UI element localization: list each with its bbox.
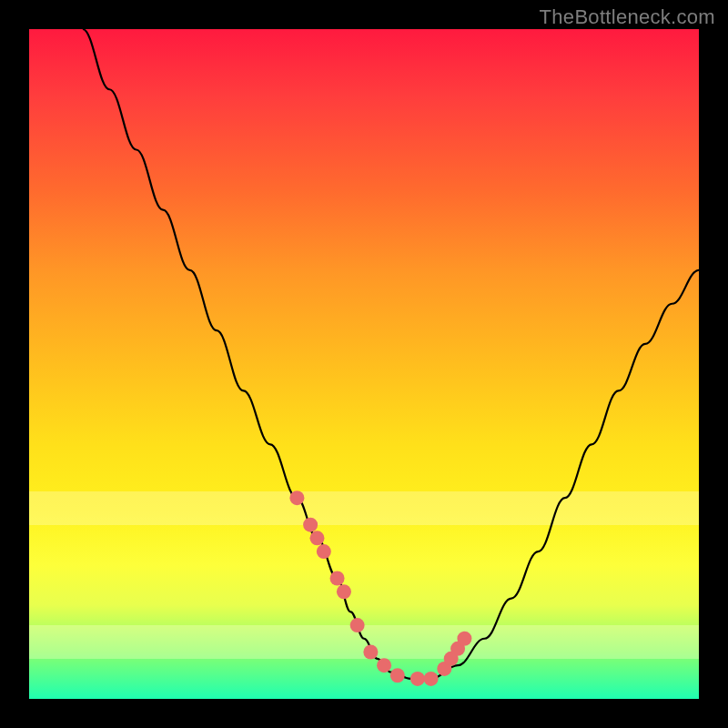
chart-svg [29,29,699,699]
marker-dot [457,632,471,646]
chart-frame: TheBottleneck.com [0,0,728,728]
marker-dot [377,658,391,672]
marker-dot [363,644,378,659]
curve-line [83,29,699,679]
marker-dot [424,672,439,686]
marker-dot [289,490,304,505]
plot-area [29,29,699,699]
marker-dot [317,544,331,559]
marker-dot [337,584,351,599]
marker-dot [390,668,405,682]
marker-group [289,490,471,686]
marker-dot [350,618,365,632]
marker-dot [309,531,324,545]
watermark-text: TheBottleneck.com [540,5,715,29]
marker-dot [303,518,318,532]
marker-dot [330,571,345,586]
marker-dot [410,672,425,686]
